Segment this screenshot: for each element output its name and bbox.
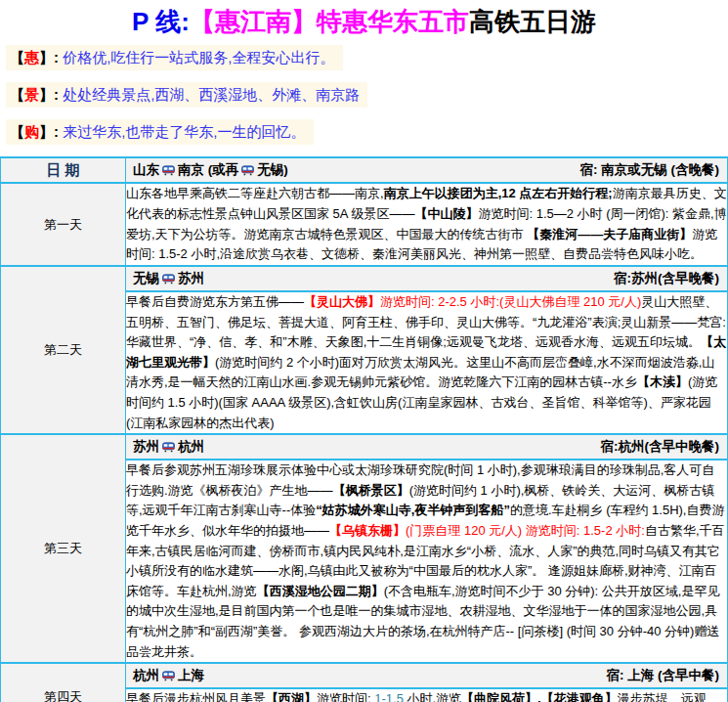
city-cell: 杭州 上海宿: 上海 (含早中餐) [126,663,728,688]
content-segment: (门票自理 120 元/人) 游览时间: 1.5-2 小时: [406,523,645,538]
city-cell: 山东 南京 (或再 无锡)宿: 南京或无锡 (含晚餐) [126,157,728,183]
page-title: P 线:【惠江南】特惠华东五市高铁五日游 [0,0,728,38]
feature-line-hui: 【惠】: 价格优,吃住行一站式服务,全程安心出行。 [6,45,728,71]
content-segment: 【乌镇东栅】 [329,523,406,538]
stay-info: 宿:苏州(含早晚餐) [614,270,719,287]
stay-info: 宿: 上海 (含早中餐) [607,667,720,684]
day-content: 早餐后漫步杭州风月美景【西湖】游览时间: 1-1.5 小时,游览【曲院风荷】,【… [126,688,728,702]
feature-line-gou: 【购】: 来过华东,也带走了华东,一生的回忆。 [6,119,728,146]
content-segment: 早餐后漫步杭州风月美景 [126,691,266,702]
city-cell: 苏州 杭州宿:杭州(含早中晚餐) [126,434,728,460]
route-line: 苏州 杭州宿:杭州(含早中晚餐) [126,438,727,456]
feature-text: 处处经典景点,西湖、西溪湿地、外滩、南京路 [63,86,360,103]
route-line: 无锡 苏州宿:苏州(含早晚餐) [126,270,727,287]
bracket-close: 】: [39,49,59,66]
feature-char: 购 [24,123,39,140]
feature-char: 景 [24,86,39,103]
city-row: 日 期山东 南京 (或再 无锡)宿: 南京或无锡 (含晚餐) [1,157,728,183]
content-row: 第一天山东各地早乘高铁二等座赴六朝古都——南京,南京上午以接团为主,12 点左右… [1,183,728,266]
route-city: 苏州 [133,438,159,456]
content-segment: 【木渎】 [637,374,688,389]
route-cities: 山东 南京 (或再 无锡) [133,161,288,179]
route-city: 杭州 [133,667,159,684]
day-label-2: 第二天 [1,266,126,434]
route-cities: 无锡 苏州 [133,270,204,287]
content-segment: 【灵山大佛】 [304,294,380,309]
date-header-cell: 日 期 [1,157,126,183]
day-label-1: 第一天 [1,183,126,266]
route-city: 上海 [178,667,204,684]
feature-list: 【惠】: 价格优,吃住行一站式服务,全程安心出行。 【景】: 处处经典景点,西湖… [6,45,728,146]
content-segment: 山东各地早乘高铁二等座赴六朝古都——南京, [126,186,384,200]
feature-chip: 【购】: 来过华东,也带走了华东,一生的回忆。 [6,119,314,145]
feature-text: 价格优,吃住行一站式服务,全程安心出行。 [63,49,334,66]
city-row: 第四天杭州 上海宿: 上海 (含早中餐) [1,663,728,688]
content-segment: 漫步苏堤、远观 [618,691,707,702]
content-segment: 1-1.5 [374,691,404,702]
city-row: 第三天苏州 杭州宿:杭州(含早中晚餐) [1,434,728,460]
day-content: 早餐后自费游览东方第五佛——【灵山大佛】游览时间: 2-2.5 小时:(灵山大佛… [126,291,728,434]
train-icon [162,274,175,285]
content-segment: 【中山陵】 [414,206,478,221]
route-city: 无锡) [257,161,288,179]
title-line-code: P 线: [132,7,190,36]
route-line: 杭州 上海宿: 上海 (含早中餐) [126,667,727,684]
route-city: 苏州 [178,270,204,287]
day-label-3: 第三天 [1,434,126,663]
bracket-close: 】: [39,86,59,103]
bracket-open: 【 [10,86,24,103]
route-line: 山东 南京 (或再 无锡)宿: 南京或无锡 (含晚餐) [126,161,727,179]
content-segment: 【秦淮河——夫子庙商业街】 [527,227,692,241]
content-segment: 【西溪湿地公园二期】 [257,584,384,598]
content-segment: 【西湖】 [266,691,317,702]
feature-char: 惠 [24,49,39,66]
feature-chip: 【惠】: 价格优,吃住行一站式服务,全程安心出行。 [6,45,343,70]
day-label-4: 第四天 [1,663,126,702]
feature-line-jing: 【景】: 处处经典景点,西湖、西溪湿地、外滩、南京路 [6,82,728,109]
train-icon [162,165,175,176]
route-city: 山东 [133,161,159,179]
itinerary-table: 日 期山东 南京 (或再 无锡)宿: 南京或无锡 (含晚餐)第一天山东各地早乘高… [0,156,728,702]
bracket-close: 】: [39,123,59,140]
feature-text: 来过华东,也带走了华东,一生的回忆。 [63,123,305,140]
route-cities: 苏州 杭州 [133,438,204,456]
bracket-open: 【 [10,123,24,140]
content-segment: (游览时间约 2 个小时)面对万欣赏太湖风光。这里山不高而层峦叠嶂,水不深而烟波… [126,355,714,390]
train-icon [162,442,175,453]
content-segment: 早餐后自费游览东方第五佛—— [126,294,304,309]
route-cities: 杭州 上海 [133,667,204,684]
train-icon [162,671,175,681]
title-highlight: 【惠江南】特惠华东五市 [190,7,469,36]
day-content: 早餐后参观苏州五湖珍珠展示体验中心或太湖珍珠研究院(时间 1 小时),参观琳琅满… [126,460,728,663]
day-content: 山东各地早乘高铁二等座赴六朝古都——南京,南京上午以接团为主,12 点左右开始行… [126,183,728,266]
route-city: 无锡 [133,270,159,287]
route-city: 南京 (或再 [178,161,238,179]
content-segment: 游览时间: 2-2.5 小时:(灵山大佛自理 210 元/人) [380,294,641,309]
content-segment: 【曲院风荷】,【花港观鱼】 [461,691,618,702]
content-segment: 小时,游览 [404,691,461,702]
content-segment: 南京上午以接团为主,12 点左右开始行程; [384,186,613,200]
itinerary-table-body: 日 期山东 南京 (或再 无锡)宿: 南京或无锡 (含晚餐)第一天山东各地早乘高… [1,157,728,702]
city-row: 第二天无锡 苏州宿:苏州(含早晚餐) [1,266,728,291]
feature-chip: 【景】: 处处经典景点,西湖、西溪湿地、外滩、南京路 [6,82,367,108]
bracket-open: 【 [10,49,24,66]
stay-info: 宿: 南京或无锡 (含晚餐) [580,161,720,179]
train-icon [241,165,254,176]
content-segment: 【枫桥景区】 [333,483,409,498]
route-city: 杭州 [178,438,204,456]
stay-info: 宿:杭州(含早中晚餐) [601,438,720,456]
content-segment: “姑苏城外寒山寺,夜半钟声到客船” [316,503,510,517]
city-cell: 无锡 苏州宿:苏州(含早晚餐) [126,266,728,291]
title-suffix: 高铁五日游 [469,7,596,36]
content-segment: 游览时间: [317,691,374,702]
